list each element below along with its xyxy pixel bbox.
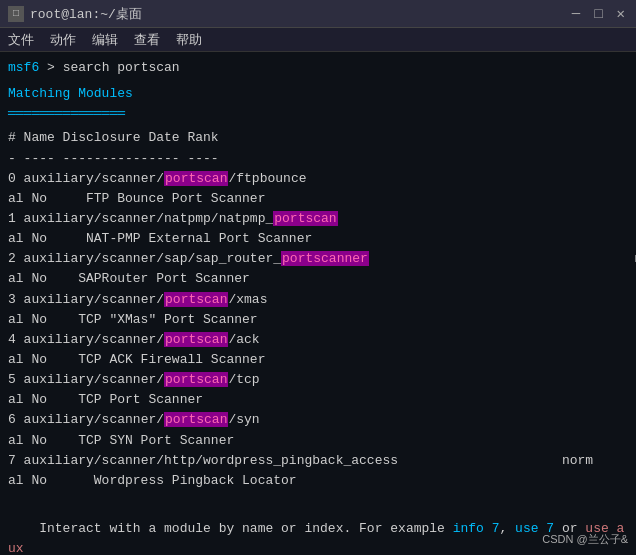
module-row-4: 4 auxiliary/scanner/portscan/ack norm <box>8 330 628 350</box>
command-arg: portscan <box>117 60 179 75</box>
maximize-button[interactable]: □ <box>591 6 605 22</box>
menu-help[interactable]: 帮助 <box>176 31 202 49</box>
module-highlight-3: portscan <box>164 292 228 307</box>
interact-prefix: Interact with a module by name or index.… <box>39 521 452 536</box>
module-path-post-2 <box>369 251 634 266</box>
module-index-7: 7 <box>8 453 24 468</box>
titlebar-left: □ root@lan:~/桌面 <box>8 5 142 23</box>
module-check-5: al No TCP Port Scanner <box>8 390 628 410</box>
module-path-pre-1: auxiliary/scanner/natpmp/natpmp_ <box>24 211 274 226</box>
module-path-post-5: /tcp <box>228 372 636 387</box>
interact-mid: , <box>500 521 516 536</box>
section-title: Matching Modules <box>8 86 133 101</box>
minimize-button[interactable]: ─ <box>569 6 583 22</box>
interact-line: Interact with a module by name or index.… <box>8 499 628 555</box>
underline: ═══════════════ <box>8 106 125 121</box>
module-highlight-5: portscan <box>164 372 228 387</box>
module-path-post-6: /syn <box>228 412 636 427</box>
module-row-2: 2 auxiliary/scanner/sap/sap_router_ports… <box>8 249 628 269</box>
module-index-1: 1 <box>8 211 24 226</box>
module-highlight-0: portscan <box>164 171 228 186</box>
titlebar: □ root@lan:~/桌面 ─ □ ✕ <box>0 0 636 28</box>
module-path-pre-6: auxiliary/scanner/ <box>24 412 164 427</box>
interact-info: info 7 <box>453 521 500 536</box>
module-index-4: 4 <box>8 332 24 347</box>
watermark: CSDN @兰公子& <box>542 532 628 547</box>
module-row-6: 6 auxiliary/scanner/portscan/syn norm <box>8 410 628 430</box>
module-index-5: 5 <box>8 372 24 387</box>
module-check-1: al No NAT-PMP External Port Scanner <box>8 229 628 249</box>
terminal-icon: □ <box>8 6 24 22</box>
module-row-3: 3 auxiliary/scanner/portscan/xmas norm <box>8 290 628 310</box>
module-row-5: 5 auxiliary/scanner/portscan/tcp norm <box>8 370 628 390</box>
close-button[interactable]: ✕ <box>614 5 628 22</box>
module-path-pre-3: auxiliary/scanner/ <box>24 292 164 307</box>
terminal[interactable]: msf6 > search portscan Matching Modules … <box>0 52 636 555</box>
module-check-0: al No FTP Bounce Port Scanner <box>8 189 628 209</box>
module-row-1: 1 auxiliary/scanner/natpmp/natpmp_portsc… <box>8 209 628 229</box>
module-path-pre-2: auxiliary/scanner/sap/sap_router_ <box>24 251 281 266</box>
menu-file[interactable]: 文件 <box>8 31 34 49</box>
module-index-3: 3 <box>8 292 24 307</box>
module-row-0: 0 auxiliary/scanner/portscan/ftpbounce n… <box>8 169 628 189</box>
titlebar-title: root@lan:~/桌面 <box>30 5 142 23</box>
menu-action[interactable]: 动作 <box>50 31 76 49</box>
table-header-2: - ---- --------------- ---- <box>8 149 628 169</box>
menubar: 文件 动作 编辑 查看 帮助 <box>0 28 636 52</box>
module-path-pre-5: auxiliary/scanner/ <box>24 372 164 387</box>
module-highlight-4: portscan <box>164 332 228 347</box>
titlebar-controls[interactable]: ─ □ ✕ <box>569 5 628 22</box>
module-highlight-6: portscan <box>164 412 228 427</box>
module-path-post-1 <box>338 211 636 226</box>
module-check-3: al No TCP "XMas" Port Scanner <box>8 310 628 330</box>
module-path-post-4: /ack <box>228 332 636 347</box>
msf-prompt: msf6 <box>8 60 39 75</box>
module-check-4: al No TCP ACK Firewall Scanner <box>8 350 628 370</box>
module-index-0: 0 <box>8 171 24 186</box>
menu-view[interactable]: 查看 <box>134 31 160 49</box>
module-path-pre-4: auxiliary/scanner/ <box>24 332 164 347</box>
table-header-1: # Name Disclosure Date Rank <box>8 128 628 148</box>
module-row-7: 7 auxiliary/scanner/http/wordpress_pingb… <box>8 451 628 471</box>
module-rank-7: norm <box>562 453 593 468</box>
module-path-pre-7: auxiliary/scanner/http/wordpress_pingbac… <box>24 453 562 468</box>
module-check-6: al No TCP SYN Port Scanner <box>8 431 628 451</box>
module-path-pre-0: auxiliary/scanner/ <box>24 171 164 186</box>
module-path-post-3: /xmas <box>228 292 636 307</box>
module-index-2: 2 <box>8 251 24 266</box>
module-highlight-1: portscan <box>273 211 337 226</box>
command-search: search <box>63 60 110 75</box>
section-underline: ═══════════════ <box>8 104 628 124</box>
prompt-arrow: > <box>47 60 63 75</box>
menu-edit[interactable]: 编辑 <box>92 31 118 49</box>
prompt-line: msf6 > search portscan <box>8 58 628 78</box>
module-path-post-0: /ftpbounce <box>228 171 636 186</box>
module-index-6: 6 <box>8 412 24 427</box>
module-check-7: al No Wordpress Pingback Locator <box>8 471 628 491</box>
module-highlight-2: portscanner <box>281 251 369 266</box>
module-check-2: al No SAPRouter Port Scanner <box>8 269 628 289</box>
section-title-line: Matching Modules <box>8 84 628 104</box>
